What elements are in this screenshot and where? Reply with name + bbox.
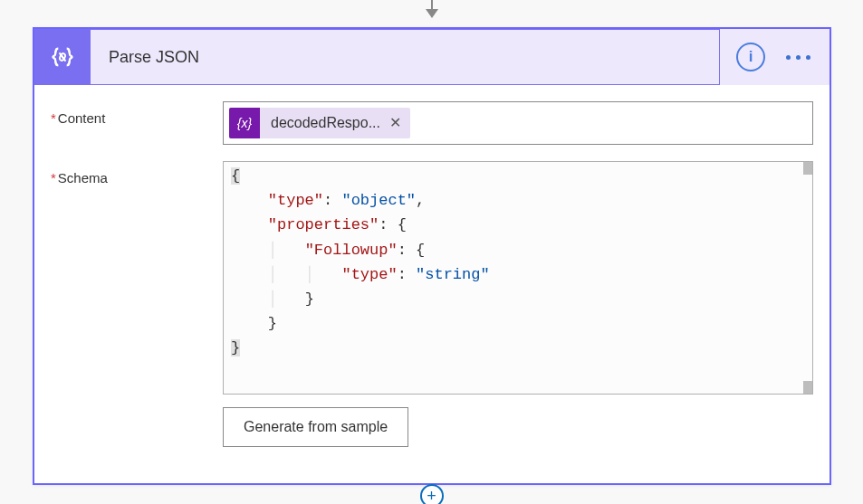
content-label: *Content (51, 101, 223, 145)
card-actions: i (720, 29, 829, 85)
schema-editor[interactable]: { "type": "object", "properties": { │ "F… (223, 161, 813, 395)
code-brace: { (231, 167, 240, 185)
connector-arrow-top (426, 0, 438, 18)
parse-json-icon (34, 29, 91, 85)
chip-remove-icon[interactable]: ✕ (389, 116, 401, 130)
generate-row: Generate from sample (51, 407, 813, 447)
code-brace: } (231, 339, 240, 357)
code-value: "string" (416, 266, 490, 283)
code-key: "Followup" (305, 242, 398, 259)
generate-from-sample-button[interactable]: Generate from sample (223, 407, 408, 447)
schema-label: *Schema (51, 161, 223, 395)
code-value: "object" (341, 192, 416, 209)
card-title[interactable]: Parse JSON (91, 29, 720, 85)
content-row: *Content {x} decodedRespo... ✕ (51, 101, 813, 145)
variable-chip[interactable]: {x} decodedRespo... ✕ (229, 108, 410, 138)
content-input[interactable]: {x} decodedRespo... ✕ (223, 101, 813, 145)
schema-row: *Schema { "type": "object", "properties"… (51, 161, 813, 395)
code-key: "type" (341, 266, 397, 283)
scrollbar-thumb[interactable] (803, 381, 812, 394)
card-body: *Content {x} decodedRespo... ✕ *Schema {… (34, 85, 829, 483)
code-key: "properties" (268, 216, 379, 233)
card-header[interactable]: Parse JSON i (34, 29, 829, 85)
variable-icon: {x} (229, 108, 260, 138)
scrollbar-thumb[interactable] (803, 162, 812, 175)
more-options-icon[interactable] (783, 55, 813, 60)
parse-json-card: Parse JSON i *Content {x} decodedRespo..… (33, 27, 831, 485)
variable-chip-label: decodedRespo... (260, 115, 389, 131)
info-icon[interactable]: i (736, 43, 765, 71)
code-key: "type" (268, 192, 323, 209)
add-step-icon[interactable]: + (420, 484, 444, 504)
